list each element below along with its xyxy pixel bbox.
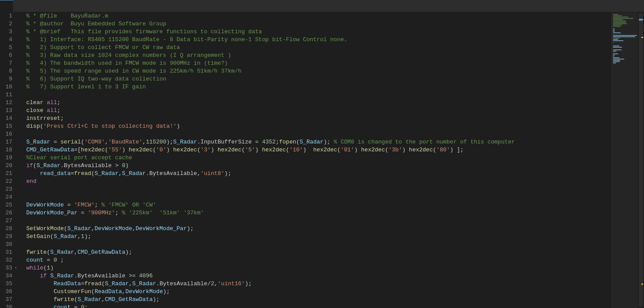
minimap-line bbox=[613, 19, 623, 20]
fold-icon-33[interactable]: ▾ bbox=[13, 266, 18, 271]
code-line-9: % 6) Support IQ two-way data collection bbox=[26, 75, 612, 83]
line-number-35: 35 bbox=[0, 280, 22, 288]
code-line-36: CustomerFun(ReadData,DevWorkMode); bbox=[26, 288, 612, 296]
minimap-line bbox=[613, 63, 616, 63]
minimap-line bbox=[613, 36, 635, 37]
line-number-34: 34 bbox=[0, 272, 22, 280]
line-number-16: 16 bbox=[0, 130, 22, 138]
line-number-7: 7 bbox=[0, 60, 22, 67]
tab-bar bbox=[0, 0, 644, 12]
line-number-13: 13 bbox=[0, 107, 22, 115]
code-line-33: while(1) bbox=[26, 264, 612, 272]
minimap-line bbox=[613, 46, 619, 46]
line-number-28: 28 bbox=[0, 225, 22, 233]
scrollbar-marks bbox=[639, 13, 643, 307]
line-number-31: 31 bbox=[0, 248, 22, 256]
code-line-31: fwrite(S_Radar,CMD_GetRawData); bbox=[26, 248, 612, 256]
code-line-3: % * @brief This file provides firmware f… bbox=[26, 28, 612, 36]
minimap-line bbox=[613, 32, 621, 33]
code-line-28: SetWorkMode(S_Radar,DevWorkMode,DevWorkM… bbox=[26, 225, 612, 233]
line-number-33: 33▾ bbox=[0, 264, 22, 272]
minimap-line bbox=[613, 40, 623, 41]
line-number-24: 24 bbox=[0, 193, 22, 201]
line-number-38: 38 bbox=[0, 304, 22, 308]
scrollbar-track[interactable] bbox=[639, 13, 643, 307]
line-number-9: 9 bbox=[0, 75, 22, 83]
minimap-line bbox=[613, 59, 624, 60]
code-line-32: count = 0 ; bbox=[26, 256, 612, 264]
code-area[interactable]: % * @file BayuRadar.m% * @author Buyu Em… bbox=[22, 12, 612, 308]
line-number-25: 25 bbox=[0, 201, 22, 209]
far-right-scrollbar[interactable] bbox=[638, 12, 644, 308]
line-number-29: 29 bbox=[0, 233, 22, 241]
minimap-line bbox=[613, 22, 626, 23]
line-number-30: 30 bbox=[0, 241, 22, 248]
code-line-17: S_Radar = serial('COM8','BaudRate',11520… bbox=[26, 138, 612, 146]
code-line-1: % * @file BayuRadar.m bbox=[26, 12, 612, 20]
minimap-line bbox=[613, 47, 622, 48]
code-line-4: % 1) Interface: RS485 115200 BaudRate - … bbox=[26, 36, 612, 44]
code-line-13: close all; bbox=[26, 107, 612, 115]
line-number-36: 36 bbox=[0, 288, 22, 296]
minimap-line bbox=[613, 24, 622, 25]
line-number-20: 20 bbox=[0, 162, 22, 170]
minimap-line bbox=[613, 31, 615, 32]
code-line-38: count = 0; bbox=[26, 304, 612, 308]
minimap-line bbox=[613, 53, 618, 54]
code-line-18: CMD_GetRawData=[hex2dec('55') hex2dec('0… bbox=[26, 146, 612, 154]
line-number-17: 17 bbox=[0, 138, 22, 146]
code-line-19: %Clear serial port accept cache bbox=[26, 154, 612, 162]
minimap-line bbox=[613, 56, 614, 57]
line-number-27: 27 bbox=[0, 217, 22, 225]
code-line-5: % 2) Support to collect FMCW or CW raw d… bbox=[26, 44, 612, 52]
line-number-3: 3 bbox=[0, 28, 22, 36]
tab-close-button[interactable] bbox=[7, 6, 9, 7]
line-number-8: 8 bbox=[0, 67, 22, 75]
code-line-24 bbox=[26, 193, 612, 201]
minimap-line bbox=[613, 49, 622, 50]
code-line-15: disp('Press Ctrl+C to stop collecting da… bbox=[26, 122, 612, 130]
minimap-line bbox=[613, 60, 620, 61]
code-line-14: instrreset; bbox=[26, 115, 612, 122]
line-number-4: 4 bbox=[0, 36, 22, 44]
minimap[interactable] bbox=[612, 12, 638, 308]
line-numbers: 1234567891011121314151617181920212223242… bbox=[0, 12, 22, 308]
code-line-21: read_data=fread(S_Radar,S_Radar.BytesAva… bbox=[26, 170, 612, 178]
minimap-line bbox=[613, 38, 620, 38]
minimap-line bbox=[613, 55, 615, 56]
line-number-26: 26 bbox=[0, 209, 22, 217]
tab-add-button[interactable] bbox=[14, 0, 26, 12]
minimap-line bbox=[613, 23, 627, 24]
line-number-5: 5 bbox=[0, 44, 22, 52]
code-line-11 bbox=[26, 91, 612, 99]
code-line-34: if S_Radar.BytesAvailable >= 4096 bbox=[26, 272, 612, 280]
code-line-26: DevWorkMode_Par = '900MHz'; % '225km' '5… bbox=[26, 209, 612, 217]
line-number-32: 32 bbox=[0, 256, 22, 264]
line-number-14: 14 bbox=[0, 115, 22, 122]
mark-1 bbox=[641, 37, 643, 38]
minimap-line bbox=[613, 42, 613, 42]
editor-body: 1234567891011121314151617181920212223242… bbox=[0, 12, 644, 308]
code-line-12: clear all; bbox=[26, 99, 612, 107]
code-line-10: % 7) Support level 1 to 3 IF gain bbox=[26, 83, 612, 91]
code-line-6: % 3) Raw data size 1024 complex numbers … bbox=[26, 52, 612, 60]
line-number-18: 18 bbox=[0, 146, 22, 154]
minimap-line bbox=[613, 51, 616, 52]
line-number-10: 10 bbox=[0, 83, 22, 91]
code-line-37: fwrite(S_Radar,CMD_GetRawData); bbox=[26, 296, 612, 304]
tab-bayuradar[interactable] bbox=[0, 0, 14, 12]
minimap-line bbox=[613, 57, 619, 58]
line-number-21: 21 bbox=[0, 170, 22, 178]
minimap-line bbox=[613, 14, 618, 15]
code-line-23 bbox=[26, 186, 612, 193]
minimap-line bbox=[613, 18, 633, 19]
mark-2 bbox=[641, 284, 643, 285]
code-line-35: ReadData=fread(S_Radar,S_Radar.BytesAvai… bbox=[26, 280, 612, 288]
line-number-1: 1 bbox=[0, 12, 22, 20]
minimap-line bbox=[613, 30, 615, 31]
code-line-30 bbox=[26, 241, 612, 248]
line-number-19: 19 bbox=[0, 154, 22, 162]
minimap-line bbox=[613, 28, 615, 29]
line-number-22: 22 bbox=[0, 178, 22, 186]
minimap-line bbox=[613, 61, 620, 62]
